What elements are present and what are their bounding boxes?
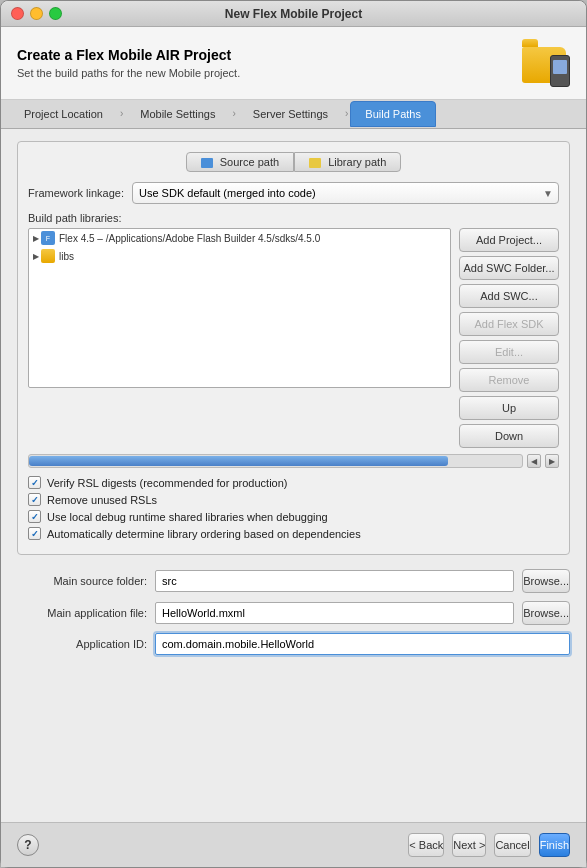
- back-button[interactable]: < Back: [408, 833, 444, 857]
- source-folder-browse[interactable]: Browse...: [522, 569, 570, 593]
- libraries-list[interactable]: ▶ F Flex 4.5 – /Applications/Adobe Flash…: [28, 228, 451, 388]
- tab-mobile-settings[interactable]: Mobile Settings: [125, 101, 230, 127]
- framework-dropdown[interactable]: Use SDK default (merged into code): [132, 182, 559, 204]
- app-file-label: Main application file:: [17, 607, 147, 619]
- source-path-icon: [201, 158, 213, 168]
- checkboxes-area: Verify RSL digests (recommended for prod…: [28, 476, 559, 540]
- lib-item-libs[interactable]: ▶ libs: [29, 247, 450, 265]
- source-folder-row: Main source folder: Browse...: [17, 569, 570, 593]
- add-project-button[interactable]: Add Project...: [459, 228, 559, 252]
- header-title: Create a Flex Mobile AIR Project: [17, 47, 240, 63]
- project-icon: [522, 39, 570, 87]
- checkbox-label-3: Use local debug runtime shared libraries…: [47, 511, 328, 523]
- traffic-lights: [11, 7, 62, 20]
- lib-arrow-2: ▶: [33, 252, 39, 261]
- checkbox-label-1: Verify RSL digests (recommended for prod…: [47, 477, 287, 489]
- phone-icon: [550, 55, 570, 87]
- tabs-bar: Project Location › Mobile Settings › Ser…: [1, 100, 586, 129]
- checkbox-label-4: Automatically determine library ordering…: [47, 528, 361, 540]
- header-area: Create a Flex Mobile AIR Project Set the…: [1, 27, 586, 100]
- lib-icon-sdk: F: [41, 231, 55, 245]
- library-path-icon: [309, 158, 321, 168]
- maximize-button[interactable]: [49, 7, 62, 20]
- minimize-button[interactable]: [30, 7, 43, 20]
- scrollbar-thumb: [29, 456, 448, 466]
- source-folder-label: Main source folder:: [17, 575, 147, 587]
- framework-dropdown-wrap: Use SDK default (merged into code) ▼: [132, 182, 559, 204]
- close-button[interactable]: [11, 7, 24, 20]
- checkbox-verify-rsl[interactable]: [28, 476, 41, 489]
- tab-project-location[interactable]: Project Location: [9, 101, 118, 127]
- add-swc-folder-button[interactable]: Add SWC Folder...: [459, 256, 559, 280]
- build-paths-panel: Source path Library path Framework linka…: [17, 141, 570, 555]
- window-title: New Flex Mobile Project: [225, 7, 362, 21]
- tab-server-settings[interactable]: Server Settings: [238, 101, 343, 127]
- subtab-library-path[interactable]: Library path: [294, 152, 401, 172]
- source-folder-input[interactable]: [155, 570, 514, 592]
- library-buttons: Add Project... Add SWC Folder... Add SWC…: [459, 228, 559, 448]
- libraries-label: Build path libraries:: [28, 212, 559, 224]
- finish-button[interactable]: Finish: [539, 833, 570, 857]
- tabs-container: Project Location › Mobile Settings › Ser…: [9, 100, 436, 128]
- lib-arrow-1: ▶: [33, 234, 39, 243]
- app-id-input[interactable]: [155, 633, 570, 655]
- tab-arrow-1: ›: [120, 100, 123, 128]
- tab-arrow-2: ›: [232, 100, 235, 128]
- libraries-area: ▶ F Flex 4.5 – /Applications/Adobe Flash…: [28, 228, 559, 448]
- checkbox-row-2: Remove unused RSLs: [28, 493, 559, 506]
- checkbox-local-debug[interactable]: [28, 510, 41, 523]
- app-file-input[interactable]: [155, 602, 514, 624]
- main-content: Source path Library path Framework linka…: [1, 129, 586, 822]
- down-button[interactable]: Down: [459, 424, 559, 448]
- tab-arrow-3: ›: [345, 100, 348, 128]
- checkbox-remove-rsl[interactable]: [28, 493, 41, 506]
- checkbox-auto-order[interactable]: [28, 527, 41, 540]
- edit-button: Edit...: [459, 340, 559, 364]
- title-bar: New Flex Mobile Project: [1, 1, 586, 27]
- bottom-bar: ? < Back Next > Cancel Finish: [1, 822, 586, 867]
- subtabs: Source path Library path: [28, 152, 559, 172]
- app-file-browse[interactable]: Browse...: [522, 601, 570, 625]
- framework-row: Framework linkage: Use SDK default (merg…: [28, 182, 559, 204]
- next-button[interactable]: Next >: [452, 833, 486, 857]
- cancel-button[interactable]: Cancel: [494, 833, 530, 857]
- checkbox-row-3: Use local debug runtime shared libraries…: [28, 510, 559, 523]
- header-subtitle: Set the build paths for the new Mobile p…: [17, 67, 240, 79]
- fields-area: Main source folder: Browse... Main appli…: [17, 569, 570, 655]
- scrollbar-area: ◀ ▶: [28, 454, 559, 468]
- lib-item-flex[interactable]: ▶ F Flex 4.5 – /Applications/Adobe Flash…: [29, 229, 450, 247]
- checkbox-row-4: Automatically determine library ordering…: [28, 527, 559, 540]
- scroll-left-btn[interactable]: ◀: [527, 454, 541, 468]
- nav-buttons: < Back Next > Cancel Finish: [408, 833, 570, 857]
- add-flex-sdk-button: Add Flex SDK: [459, 312, 559, 336]
- help-button[interactable]: ?: [17, 834, 39, 856]
- lib-text-flex: Flex 4.5 – /Applications/Adobe Flash Bui…: [59, 233, 320, 244]
- remove-button: Remove: [459, 368, 559, 392]
- header-text: Create a Flex Mobile AIR Project Set the…: [17, 47, 240, 79]
- tab-build-paths[interactable]: Build Paths: [350, 101, 436, 127]
- add-swc-button[interactable]: Add SWC...: [459, 284, 559, 308]
- up-button[interactable]: Up: [459, 396, 559, 420]
- scroll-right-btn[interactable]: ▶: [545, 454, 559, 468]
- checkbox-label-2: Remove unused RSLs: [47, 494, 157, 506]
- framework-label: Framework linkage:: [28, 187, 124, 199]
- subtab-source-path[interactable]: Source path: [186, 152, 294, 172]
- app-id-label: Application ID:: [17, 638, 147, 650]
- lib-icon-folder: [41, 249, 55, 263]
- scrollbar-track[interactable]: [28, 454, 523, 468]
- app-id-row: Application ID:: [17, 633, 570, 655]
- app-file-row: Main application file: Browse...: [17, 601, 570, 625]
- window: New Flex Mobile Project Create a Flex Mo…: [0, 0, 587, 868]
- checkbox-row-1: Verify RSL digests (recommended for prod…: [28, 476, 559, 489]
- lib-text-libs: libs: [59, 251, 74, 262]
